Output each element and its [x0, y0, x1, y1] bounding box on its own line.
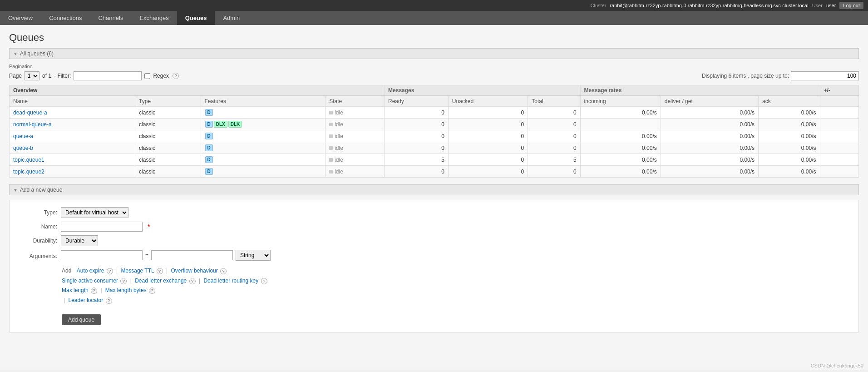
max-length-bytes-link[interactable]: Max length bytes	[105, 287, 147, 293]
name-input[interactable]	[61, 222, 143, 232]
pagination-label: Pagination	[9, 64, 859, 69]
type-label: Type:	[16, 209, 57, 216]
arg-eq: =	[145, 252, 148, 258]
queue-name[interactable]: topic.queue2	[10, 166, 135, 178]
auto-expire-link[interactable]: Auto expire	[77, 268, 104, 274]
nav-channels[interactable]: Channels	[90, 11, 131, 25]
plus-minus-header[interactable]: +/-	[820, 85, 858, 96]
leader-locator-help[interactable]: ?	[106, 298, 112, 304]
queue-name[interactable]: normal-queue-a	[10, 119, 135, 130]
max-length-bytes-help[interactable]: ?	[149, 288, 155, 294]
leader-locator-link[interactable]: Leader locator	[68, 297, 103, 303]
nav-admin[interactable]: Admin	[215, 11, 248, 25]
table-row: dead-queue-aclassicDidle0000.00/s0.00/s0…	[10, 107, 859, 119]
cluster-label: Cluster	[591, 3, 607, 8]
queue-unacked: 0	[448, 130, 528, 142]
queue-incoming: 0.00/s	[580, 130, 661, 142]
arg-key-input[interactable]	[61, 250, 143, 260]
group-header-row: Overview Messages Message rates +/-	[10, 85, 859, 96]
logout-button[interactable]: Log out	[839, 2, 863, 9]
message-ttl-help[interactable]: ?	[157, 268, 163, 274]
queue-unacked: 0	[448, 119, 528, 130]
queue-name[interactable]: queue-a	[10, 130, 135, 142]
page-select[interactable]: 1	[25, 71, 39, 80]
filter-label: - Filter:	[54, 73, 71, 79]
queue-type: classic	[135, 154, 201, 166]
queue-features: DDLXDLK	[201, 119, 326, 130]
queue-name[interactable]: topic.queue1	[10, 154, 135, 166]
queue-type: classic	[135, 107, 201, 119]
page-content: Queues ▼ All queues (6) Pagination Page …	[0, 25, 868, 370]
queue-deliver-get: 0.00/s	[661, 130, 758, 142]
add-queue-triangle: ▼	[13, 188, 18, 193]
nav-queues[interactable]: Queues	[177, 11, 215, 25]
dead-letter-routing-key-help[interactable]: ?	[261, 278, 267, 284]
queue-ack: 0.00/s	[759, 130, 820, 142]
col-state: State	[326, 96, 385, 107]
nav-overview[interactable]: Overview	[0, 11, 41, 25]
queue-incoming: 0.00/s	[580, 142, 661, 154]
queue-total: 0	[528, 166, 580, 178]
queue-type: classic	[135, 119, 201, 130]
nav-exchanges[interactable]: Exchanges	[131, 11, 177, 25]
display-info: Displaying 6 items , page size up to:	[702, 71, 859, 80]
queue-name[interactable]: queue-b	[10, 142, 135, 154]
row-extra	[820, 119, 858, 130]
max-length-link[interactable]: Max length	[62, 287, 89, 293]
queue-state: idle	[326, 130, 385, 142]
queue-state: idle	[326, 166, 385, 178]
message-ttl-link[interactable]: Message TTL	[121, 268, 154, 274]
queue-type: classic	[135, 130, 201, 142]
dead-letter-exchange-link[interactable]: Dead letter exchange	[135, 278, 187, 284]
page-label: Page	[9, 73, 22, 79]
queue-table-wrapper: Overview Messages Message rates +/- Name…	[9, 85, 859, 178]
queue-deliver-get: 0.00/s	[661, 166, 758, 178]
row-extra	[820, 154, 858, 166]
all-queues-section-header[interactable]: ▼ All queues (6)	[9, 48, 859, 59]
regex-checkbox[interactable]	[144, 73, 150, 79]
overflow-behaviour-link[interactable]: Overflow behaviour	[171, 268, 217, 274]
arg-value-input[interactable]	[151, 250, 233, 260]
arg-type-select[interactable]: String Number Boolean	[236, 250, 271, 261]
name-label: Name:	[16, 223, 57, 230]
col-ready: Ready	[385, 96, 449, 107]
single-active-consumer-help[interactable]: ?	[120, 278, 127, 284]
col-features: Features	[201, 96, 326, 107]
pagination-section: Pagination Page 1 of 1 - Filter: Regex ?…	[9, 64, 859, 80]
durability-select[interactable]: Durable Transient	[61, 235, 98, 246]
queue-features: D	[201, 166, 326, 178]
dead-letter-routing-key-link[interactable]: Dead letter routing key	[203, 278, 258, 284]
col-deliver-get: deliver / get	[661, 96, 758, 107]
queue-unacked: 0	[448, 166, 528, 178]
regex-label: Regex	[153, 73, 169, 79]
row-extra	[820, 142, 858, 154]
queue-type: classic	[135, 166, 201, 178]
dead-letter-exchange-help[interactable]: ?	[189, 278, 196, 284]
arguments-label: Arguments:	[16, 253, 57, 259]
filter-input[interactable]	[74, 71, 142, 80]
queue-unacked: 0	[448, 154, 528, 166]
queue-unacked: 0	[448, 107, 528, 119]
auto-expire-help[interactable]: ?	[107, 268, 113, 274]
table-row: topic.queue2classicDidle0000.00/s0.00/s0…	[10, 166, 859, 178]
type-select[interactable]: Default for virtual host Classic Quorum …	[61, 207, 128, 218]
queue-state: idle	[326, 142, 385, 154]
nav-connections[interactable]: Connections	[41, 11, 90, 25]
queue-ack: 0.00/s	[759, 107, 820, 119]
overflow-behaviour-help[interactable]: ?	[220, 268, 227, 274]
regex-help-icon[interactable]: ?	[173, 73, 179, 79]
durability-label: Durability:	[16, 238, 57, 244]
queue-name[interactable]: dead-queue-a	[10, 107, 135, 119]
queue-incoming: 0.00/s	[580, 107, 661, 119]
single-active-consumer-link[interactable]: Single active consumer	[62, 278, 118, 284]
durability-row: Durability: Durable Transient	[16, 235, 852, 246]
add-queue-button[interactable]: Add queue	[62, 314, 101, 325]
col-ack: ack	[759, 96, 820, 107]
max-length-help[interactable]: ?	[91, 288, 97, 294]
args-inputs: = String Number Boolean	[61, 250, 271, 261]
queue-type: classic	[135, 142, 201, 154]
table-row: queue-bclassicDidle0000.00/s0.00/s0.00/s	[10, 142, 859, 154]
page-size-input[interactable]	[791, 71, 859, 80]
add-queue-section-header[interactable]: ▼ Add a new queue	[9, 184, 859, 195]
queue-features: D	[201, 130, 326, 142]
